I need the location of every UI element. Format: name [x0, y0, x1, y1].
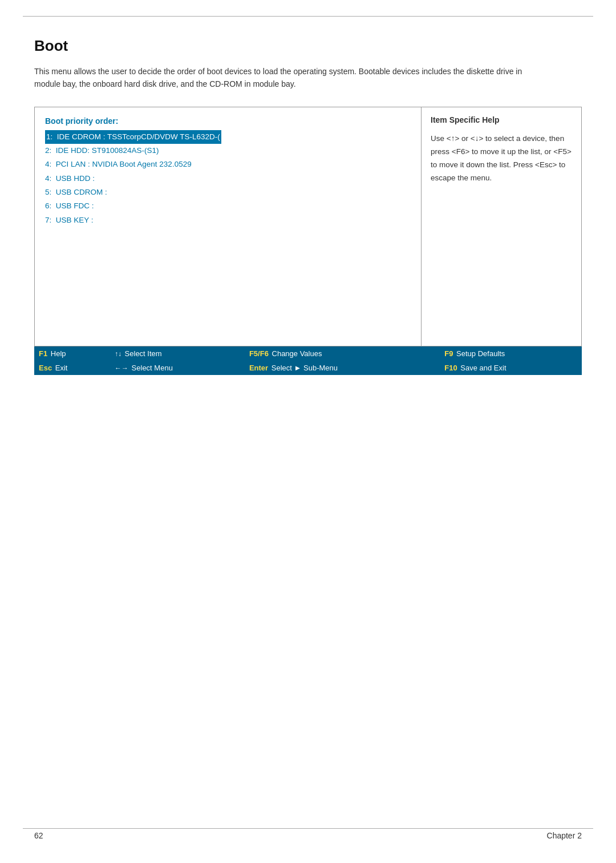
desc-exit: Exit — [55, 364, 68, 372]
shortcut-table: F1 Help ↑↓ Select Item F5/F6 Change Valu… — [34, 346, 582, 375]
key-esc: Esc — [39, 364, 52, 372]
shortcut-row-2: Esc Exit ←→ Select Menu Enter Select ► S… — [34, 361, 582, 375]
shortcut-section: F1 Help ↑↓ Select Item F5/F6 Change Valu… — [34, 346, 582, 375]
key-f1: F1 — [39, 349, 47, 358]
page-title: Boot — [34, 37, 582, 55]
shortcut-f9: F9 Setup Defaults — [440, 346, 582, 361]
arrow-leftright-icon: ←→ — [115, 364, 128, 372]
left-panel: Boot priority order: 1: IDE CDROM : TSST… — [35, 107, 422, 346]
boot-item-1-text: 1: IDE CDROM : TSSTcorpCD/DVDW TS-L632D-… — [46, 132, 220, 141]
shortcut-row-1: F1 Help ↑↓ Select Item F5/F6 Change Valu… — [34, 346, 582, 361]
boot-item-3[interactable]: 4: PCI LAN : NVIDIA Boot Agent 232.0529 — [45, 158, 411, 171]
key-f10: F10 — [444, 364, 457, 372]
shortcut-arrows: ↑↓ Select Item — [110, 346, 245, 361]
bottom-divider — [23, 828, 593, 829]
boot-item-6-text: 6: USB FDC : — [45, 201, 94, 210]
shortcut-f10: F10 Save and Exit — [440, 361, 582, 375]
shortcut-esc: Esc Exit — [34, 361, 110, 375]
bios-panel: Boot priority order: 1: IDE CDROM : TSST… — [34, 107, 582, 346]
boot-item-4[interactable]: 4: USB HDD : — [45, 172, 411, 185]
arrow-updown-icon: ↑↓ — [115, 350, 121, 358]
boot-item-5-text: 5: USB CDROM : — [45, 188, 107, 196]
boot-item-3-text: 4: PCI LAN : NVIDIA Boot Agent 232.0529 — [45, 160, 192, 168]
boot-item-1[interactable]: 1: IDE CDROM : TSSTcorpCD/DVDW TS-L632D-… — [45, 130, 221, 144]
desc-save-exit: Save and Exit — [460, 364, 506, 372]
boot-item-7-text: 7: USB KEY : — [45, 216, 94, 224]
desc-setup-defaults: Setup Defaults — [456, 349, 505, 358]
boot-item-7[interactable]: 7: USB KEY : — [45, 213, 411, 227]
key-f5f6: F5/F6 — [249, 349, 269, 358]
page-content: Boot This menu allows the user to decide… — [0, 17, 616, 375]
key-f9: F9 — [444, 349, 453, 358]
desc-help: Help — [51, 349, 66, 358]
desc-select-submenu: Select ► Sub-Menu — [271, 364, 338, 372]
desc-change-values: Change Values — [272, 349, 322, 358]
shortcut-f5f6: F5/F6 Change Values — [245, 346, 440, 361]
key-enter: Enter — [249, 364, 268, 372]
boot-priority-label: Boot priority order: — [45, 116, 411, 126]
boot-item-4-text: 4: USB HDD : — [45, 174, 95, 183]
boot-item-2[interactable]: 2: IDE HDD: ST9100824AS-(S1) — [45, 144, 411, 158]
boot-item-6[interactable]: 6: USB FDC : — [45, 199, 411, 213]
desc-select-item: Select Item — [125, 349, 162, 358]
shortcut-enter: Enter Select ► Sub-Menu — [245, 361, 440, 375]
page-description: This menu allows the user to decide the … — [34, 65, 525, 91]
footer-bar: 62 Chapter 2 — [0, 831, 616, 840]
desc-select-menu: Select Menu — [132, 364, 173, 372]
boot-item-5[interactable]: 5: USB CDROM : — [45, 185, 411, 199]
right-panel: Item Specific Help Use <↑> or <↓> to sel… — [422, 107, 581, 346]
footer-page-number: 62 — [34, 831, 43, 840]
item-specific-help-text: Use <↑> or <↓> to select a device, then … — [431, 132, 572, 185]
shortcut-lr-arrows: ←→ Select Menu — [110, 361, 245, 375]
boot-item-2-text: 2: IDE HDD: ST9100824AS-(S1) — [45, 146, 159, 155]
item-specific-help-title: Item Specific Help — [431, 115, 572, 124]
footer-chapter: Chapter 2 — [547, 831, 582, 840]
shortcut-f1: F1 Help — [34, 346, 110, 361]
